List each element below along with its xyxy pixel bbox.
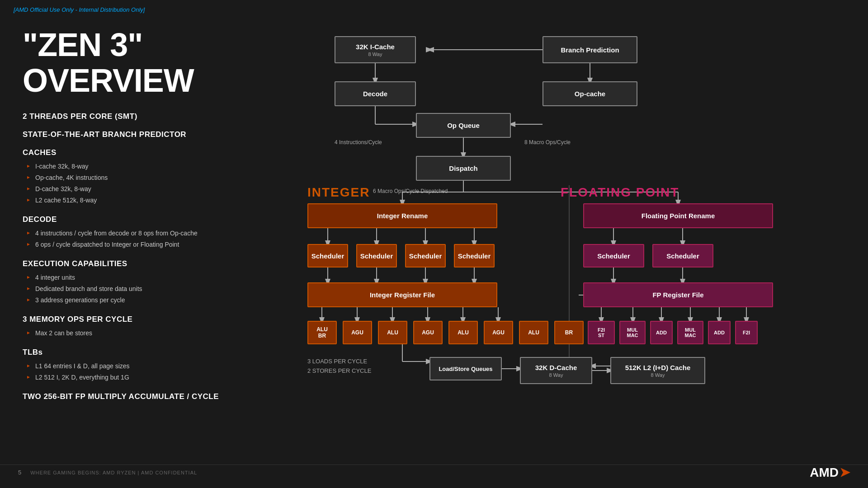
section-branch-predictor: STATE-OF-THE-ART BRANCH PREDICTOR [23, 130, 285, 139]
integer-section-label: INTEGER [307, 185, 370, 200]
fp-rename-box: Floating Point Rename [583, 203, 773, 228]
icache-box: 32K I-Cache 8 Way [335, 36, 416, 63]
fp-unit-mulmac1: MUL MAC [619, 321, 646, 344]
section-execution-list: 4 integer units Dedicated branch and sto… [23, 272, 285, 306]
int-unit-agu2: AGU [413, 321, 443, 344]
ls-queue-box: Load/Store Queues [429, 357, 502, 380]
amd-logo: AMD ➤ [810, 465, 850, 480]
section-decode-list: 4 instructions / cycle from decode or 8 … [23, 228, 285, 250]
bottom-bar: 5 WHERE GAMING BEGINS: AMD RYZEN | AMD C… [0, 465, 868, 480]
opcache-box: Op-cache [542, 81, 637, 106]
int-fp-divider [569, 185, 570, 375]
section-execution-heading: EXECUTION CAPABILITIES [23, 259, 285, 268]
list-item: 6 ops / cycle dispatched to Integer or F… [27, 239, 285, 250]
page-title: "ZEN 3" OVERVIEW [23, 27, 285, 99]
list-item: Op-cache, 4K instructions [27, 172, 285, 183]
section-memory-list: Max 2 can be stores [23, 328, 285, 339]
fp-regfile-box: FP Register File [583, 282, 773, 307]
list-item: 3 address generations per cycle [27, 295, 285, 306]
int-scheduler-2: Scheduler [356, 244, 397, 267]
list-item: L2 512 I, 2K D, everything but 1G [27, 372, 285, 383]
amd-logo-text: AMD [810, 465, 839, 480]
int-unit-alu3: ALU [448, 321, 478, 344]
int-unit-agu3: AGU [484, 321, 513, 344]
section-caches-heading: CACHES [23, 148, 285, 157]
fp-scheduler-1: Scheduler [583, 244, 644, 267]
label-8macro: 8 Macro Ops/Cycle [524, 139, 571, 145]
section-tlbs-list: L1 64 entries I & D, all page sizes L2 5… [23, 361, 285, 383]
diagram-panel: INTEGER FLOATING POINT 32K I-Cache 8 Way… [289, 23, 850, 465]
label-4instr: 4 Instructions/Cycle [335, 139, 382, 145]
int-scheduler-3: Scheduler [405, 244, 446, 267]
left-panel: "ZEN 3" OVERVIEW 2 THREADS PER CORE (SMT… [23, 27, 285, 405]
int-regfile-box: Integer Register File [307, 282, 497, 307]
label-6macro: 6 Macro Ops/Cycle Dispatched [373, 188, 448, 194]
int-unit-br: BR [554, 321, 584, 344]
opqueue-box: Op Queue [416, 113, 511, 138]
int-scheduler-4: Scheduler [454, 244, 495, 267]
loads-label: 3 LOADS PER CYCLE 2 STORES PER CYCLE [307, 357, 371, 376]
integer-rename-box: Integer Rename [307, 203, 497, 228]
list-item: D-cache 32k, 8-way [27, 183, 285, 195]
watermark: [AMD Official Use Only - Internal Distri… [14, 6, 145, 13]
list-item: Max 2 can be stores [27, 328, 285, 339]
fp-unit-add2: ADD [708, 321, 731, 344]
section-decode-heading: DECODE [23, 215, 285, 224]
branch-prediction-box: Branch Prediction [542, 36, 637, 63]
section-memory-heading: 3 MEMORY OPS PER CYCLE [23, 315, 285, 324]
list-item: L1 64 entries I & D, all page sizes [27, 361, 285, 372]
section-smt: 2 THREADS PER CORE (SMT) [23, 112, 285, 121]
fp-unit-mulmac2: MUL MAC [677, 321, 703, 344]
bottom-left: 5 WHERE GAMING BEGINS: AMD RYZEN | AMD C… [18, 469, 197, 476]
section-tlbs-heading: TLBs [23, 348, 285, 357]
int-unit-alu-br: ALU BR [307, 321, 337, 344]
fp-scheduler-2: Scheduler [652, 244, 713, 267]
dcache-box: 32K D-Cache 8 Way [520, 357, 592, 384]
int-scheduler-1: Scheduler [307, 244, 348, 267]
list-item: Dedicated branch and store data units [27, 283, 285, 295]
int-unit-alu4: ALU [519, 321, 548, 344]
fp-unit-add1: ADD [650, 321, 673, 344]
l2cache-box: 512K L2 (I+D) Cache 8 Way [610, 357, 705, 384]
section-caches-list: I-cache 32k, 8-way Op-cache, 4K instruct… [23, 161, 285, 206]
list-item: I-cache 32k, 8-way [27, 161, 285, 172]
amd-logo-arrow: ➤ [840, 465, 850, 480]
list-item: 4 integer units [27, 272, 285, 283]
fp-unit-f2i: F2I [735, 321, 758, 344]
decode-box: Decode [335, 81, 416, 106]
page-number: 5 [18, 469, 21, 476]
list-item: 4 instructions / cycle from decode or 8 … [27, 228, 285, 239]
int-unit-agu1: AGU [343, 321, 372, 344]
fp-unit-f2ist: F2I ST [588, 321, 615, 344]
list-item: L2 cache 512k, 8-way [27, 195, 285, 206]
dispatch-box: Dispatch [416, 156, 511, 181]
section-256bit-heading: TWO 256-BIT FP MULTIPLY ACCUMULATE / CYC… [23, 392, 285, 401]
bottom-tagline: WHERE GAMING BEGINS: AMD RYZEN | AMD CON… [30, 470, 197, 475]
fp-section-label: FLOATING POINT [561, 185, 679, 200]
int-unit-alu2: ALU [378, 321, 407, 344]
